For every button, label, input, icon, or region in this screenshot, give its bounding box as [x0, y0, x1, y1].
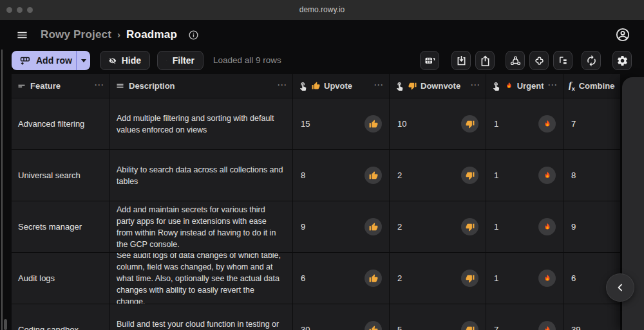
upvote-button[interactable]	[365, 115, 382, 133]
cell-combined-score[interactable]: 39	[564, 304, 620, 330]
cell-description[interactable]: Ability to search data across all collec…	[110, 150, 292, 201]
column-menu-button[interactable]: ⋯	[470, 82, 480, 91]
add-row-button[interactable]: Add row	[12, 51, 90, 70]
cell-downvote[interactable]: 2	[390, 201, 486, 252]
cell-feature[interactable]: Universal search	[12, 150, 109, 201]
cell-downvote[interactable]: 2	[390, 150, 486, 201]
hide-columns-button[interactable]: Hide	[100, 51, 150, 70]
column-menu-button[interactable]: ⋯	[374, 82, 384, 91]
cell-downvote[interactable]: 10	[390, 98, 486, 149]
cell-urgent[interactable]: 1	[486, 150, 563, 201]
filter-label: Filter	[173, 55, 194, 66]
cell-feature[interactable]: Secrets manager	[12, 201, 109, 252]
export-icon	[479, 55, 491, 67]
cell-upvote[interactable]: 30	[293, 304, 389, 330]
cell-feature[interactable]: Audit logs	[12, 253, 109, 304]
thumb-down-icon	[408, 82, 417, 90]
add-row-main[interactable]: Add row	[12, 51, 76, 70]
downvote-button[interactable]	[461, 218, 478, 235]
reload-icon	[585, 55, 598, 67]
upvote-count: 6	[301, 273, 305, 283]
import-icon	[455, 55, 468, 67]
cell-downvote[interactable]: 5	[390, 304, 486, 330]
cell-upvote[interactable]: 8	[293, 150, 389, 201]
urgent-count: 1	[494, 273, 498, 283]
cell-upvote[interactable]: 15	[293, 98, 389, 149]
urgent-button[interactable]	[538, 167, 556, 184]
extensions-button[interactable]	[529, 51, 549, 70]
tree-view-icon	[557, 55, 569, 67]
table-info-button[interactable]	[188, 30, 199, 41]
column-header-downvote[interactable]: Downvote ⋯	[390, 74, 486, 98]
freeze-columns-button[interactable]	[420, 51, 439, 70]
thumb-down-icon	[466, 274, 475, 283]
chevron-down-icon	[81, 59, 86, 62]
add-row-dropdown-button[interactable]	[77, 51, 90, 70]
cell-upvote[interactable]: 6	[293, 253, 389, 304]
fire-icon	[543, 325, 552, 330]
table-row: Coding sandbox Build and test your cloud…	[12, 304, 620, 330]
upvote-count: 15	[301, 119, 310, 129]
downvote-button[interactable]	[461, 321, 478, 330]
column-header-upvote[interactable]: Upvote ⋯	[293, 74, 389, 98]
breadcrumb-project[interactable]: Rowy Project	[41, 28, 111, 41]
filter-button[interactable]: Filter	[157, 51, 204, 70]
column-header-feature[interactable]: Feature ⋯	[12, 74, 109, 98]
cell-urgent[interactable]: 1	[486, 253, 563, 304]
column-menu-button[interactable]: ⋯	[94, 82, 104, 91]
data-table: Feature ⋯ Description ⋯ Upvote ⋯	[12, 74, 620, 330]
cell-combined-score[interactable]: 8	[564, 150, 620, 201]
cell-description[interactable]: Add and maintain secrets for various thi…	[110, 201, 292, 252]
cell-urgent[interactable]: 7	[486, 304, 563, 330]
cell-urgent[interactable]: 1	[486, 201, 563, 252]
open-drawer-button[interactable]	[606, 273, 634, 302]
upvote-count: 30	[301, 325, 310, 330]
tree-view-button[interactable]	[553, 51, 573, 70]
cell-description[interactable]: Add multiple filtering and sorting with …	[110, 98, 292, 149]
cell-feature[interactable]: Advanced filtering	[12, 98, 109, 149]
cell-downvote[interactable]: 2	[390, 253, 486, 304]
cell-feature[interactable]: Coding sandbox	[12, 304, 109, 330]
column-label: Downvote	[421, 81, 460, 91]
urgent-button[interactable]	[538, 270, 556, 287]
scrollbar-thumb[interactable]	[4, 319, 7, 330]
info-icon	[188, 30, 199, 41]
upvote-button[interactable]	[365, 167, 382, 184]
cell-description[interactable]: See audit logs of data changes of which …	[110, 253, 292, 304]
account-button[interactable]	[613, 25, 632, 44]
filter-icon	[166, 55, 167, 66]
downvote-button[interactable]	[461, 167, 478, 184]
account-icon	[615, 27, 630, 42]
menu-button[interactable]	[12, 25, 32, 44]
cell-urgent[interactable]: 1	[486, 98, 563, 149]
upvote-count: 8	[301, 170, 305, 180]
cell-upvote[interactable]: 9	[293, 201, 389, 252]
app-header: Rowy Project › Roadmap	[0, 20, 644, 50]
column-menu-button[interactable]: ⋯	[547, 82, 558, 91]
cell-combined-score[interactable]: 9	[564, 201, 620, 252]
export-button[interactable]	[475, 51, 495, 70]
downvote-count: 2	[397, 222, 402, 232]
import-button[interactable]	[451, 51, 471, 70]
cell-description[interactable]: Build and test your cloud function in te…	[110, 304, 292, 330]
urgent-button[interactable]	[538, 115, 556, 133]
urgent-button[interactable]	[538, 321, 556, 330]
column-header-description[interactable]: Description ⋯	[110, 74, 292, 98]
page-title: Roadmap	[126, 28, 177, 41]
thumb-up-icon	[312, 82, 320, 90]
column-header-urgent[interactable]: Urgent ⋯	[486, 74, 563, 98]
webhooks-button[interactable]	[506, 51, 525, 70]
urgent-button[interactable]	[538, 218, 556, 235]
downvote-button[interactable]	[461, 270, 478, 287]
upvote-button[interactable]	[365, 218, 382, 235]
upvote-button[interactable]	[365, 321, 382, 330]
cell-combined-score[interactable]: 7	[564, 98, 620, 149]
reload-button[interactable]	[582, 51, 601, 70]
urgent-count: 1	[494, 170, 498, 180]
upvote-button[interactable]	[365, 270, 382, 287]
column-header-combined-score[interactable]: fx Combined Score	[564, 74, 620, 98]
table-toolbar: Add row Hide Filter Loaded all 9 rows	[0, 50, 644, 74]
settings-button[interactable]	[612, 51, 632, 70]
column-menu-button[interactable]: ⋯	[277, 82, 287, 91]
downvote-button[interactable]	[461, 115, 478, 133]
